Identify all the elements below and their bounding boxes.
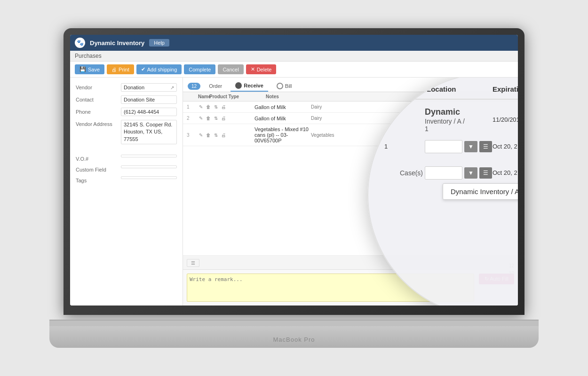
cases-input[interactable] bbox=[425, 166, 462, 180]
toolbar: 💾 Save 🖨 Print ✔ Add shipping Complete bbox=[70, 62, 518, 78]
tags-label: Tags bbox=[76, 176, 118, 183]
cancel-button[interactable]: Cancel bbox=[218, 64, 243, 74]
save-icon: 💾 bbox=[79, 66, 86, 72]
edit-icon[interactable]: ✎ bbox=[198, 104, 204, 110]
cases-menu-icon[interactable]: ☰ bbox=[479, 167, 492, 179]
contact-label: Contact bbox=[76, 95, 118, 102]
cases-dropdown-arrow[interactable]: ▼ bbox=[464, 167, 477, 179]
main-content: Vendor Donation ↗ Contact Donation Site bbox=[70, 78, 518, 306]
complete-button[interactable]: Complete bbox=[184, 64, 215, 74]
phone-label: Phone bbox=[76, 108, 118, 115]
mag-row-2: 1 ▼ ☰ Oct 20, 2 bbox=[382, 140, 518, 153]
vo-field-row: V.O.# bbox=[76, 155, 177, 162]
custom-input[interactable] bbox=[121, 165, 177, 168]
expiration-date-1: 11/20/2017 bbox=[491, 114, 518, 125]
help-button[interactable]: Help bbox=[149, 39, 169, 47]
location-line3: 1 bbox=[425, 125, 491, 133]
vo-label: V.O.# bbox=[76, 155, 118, 162]
arrows-icon[interactable]: ⇅ bbox=[213, 132, 219, 138]
check-icon: ✔ bbox=[141, 66, 145, 72]
address-field-row: Vendor Address 32145 S. Cooper Rd. Houst… bbox=[76, 120, 177, 144]
mag-row-1-content: Dynamic Inventory / A / 1 11/20/2017 10/… bbox=[382, 107, 518, 133]
suggestion-box[interactable]: Dynamic Inventory / A / 1 bbox=[443, 183, 518, 200]
expiration-date-3: Oct 20, 2 bbox=[491, 167, 518, 178]
trash-icon[interactable]: 🗑 bbox=[205, 115, 212, 121]
product-name: Vegetables - Mixed #10 cans (pl) -- 03-0… bbox=[254, 126, 311, 143]
trash-icon[interactable]: 🗑 bbox=[205, 132, 212, 138]
contact-input[interactable]: Donation Site bbox=[121, 95, 177, 104]
app-name: Dynamic Inventory bbox=[90, 39, 144, 47]
contact-field-row: Contact Donation Site bbox=[76, 95, 177, 104]
vendor-input[interactable]: Donation ↗ bbox=[121, 83, 177, 92]
edit-icon[interactable]: ✎ bbox=[198, 132, 204, 138]
right-panel: 12 Order Receive Bill bbox=[183, 78, 518, 306]
nav-logo: 🐾 bbox=[75, 38, 85, 48]
suggestion-row: Dynamic Inventory / A / 1 bbox=[382, 183, 518, 200]
address-input[interactable]: 32145 S. Cooper Rd. Houston, TX US, 7755… bbox=[121, 120, 177, 144]
location-cell: Dynamic Inventory / A / 1 bbox=[425, 107, 491, 133]
tab-bill[interactable]: Bill bbox=[272, 81, 297, 91]
address-label: Vendor Address bbox=[76, 120, 118, 127]
phone-input[interactable]: (612) 448-4454 bbox=[121, 108, 177, 116]
add-shipping-button[interactable]: ✔ Add shipping bbox=[136, 64, 182, 74]
add-row-button[interactable]: ☰ bbox=[187, 259, 199, 267]
row-actions: ✎ 🗑 ⇅ 🖨 bbox=[198, 104, 254, 110]
menu-icon-button[interactable]: ☰ bbox=[479, 141, 492, 152]
vendor-field-row: Vendor Donation ↗ bbox=[76, 83, 177, 92]
row-actions: ✎ 🗑 ⇅ 🖨 bbox=[198, 115, 254, 121]
col-name: Name bbox=[198, 94, 209, 99]
print-button[interactable]: 🖨 Print bbox=[107, 64, 134, 74]
edit-icon[interactable]: ✎ bbox=[198, 115, 204, 121]
mag-row-1: Dynamic Inventory / A / 1 11/20/2017 10/… bbox=[382, 107, 518, 133]
custom-label: Custom Field bbox=[76, 165, 118, 172]
col-notes: Notes bbox=[266, 94, 303, 99]
tab-receive[interactable]: Receive bbox=[230, 80, 268, 92]
product-type: Dairy bbox=[311, 104, 349, 110]
print-icon: 🖨 bbox=[111, 67, 117, 72]
dropdown-arrow-button[interactable]: ▼ bbox=[464, 141, 477, 152]
save-button[interactable]: 💾 Save bbox=[75, 64, 104, 74]
row-number: 2 bbox=[187, 116, 198, 121]
location-input[interactable] bbox=[425, 140, 462, 153]
print-row-icon[interactable]: 🖨 bbox=[220, 115, 227, 121]
location-dropdown-group: ▼ ☰ bbox=[425, 140, 491, 153]
laptop-base: MacBook Pro bbox=[49, 320, 539, 348]
arrows-icon[interactable]: ⇅ bbox=[213, 115, 219, 121]
trash-icon[interactable]: 🗑 bbox=[205, 104, 212, 110]
vo-input[interactable] bbox=[121, 155, 177, 157]
order-badge: 12 bbox=[188, 83, 200, 90]
col-type: Product Type bbox=[209, 94, 266, 99]
custom-field-row: Custom Field bbox=[76, 165, 177, 172]
external-link-icon: ↗ bbox=[170, 85, 174, 90]
location-line2: Inventory / A / bbox=[425, 118, 491, 125]
product-type: Dairy bbox=[311, 116, 349, 121]
arrows-icon[interactable]: ⇅ bbox=[213, 104, 219, 110]
x-icon: ✕ bbox=[251, 66, 255, 72]
laptop-brand: MacBook Pro bbox=[273, 336, 315, 343]
row-number: 3 bbox=[187, 133, 198, 138]
left-panel: Vendor Donation ↗ Contact Donation Site bbox=[70, 78, 183, 306]
top-nav: 🐾 Dynamic Inventory Help bbox=[70, 35, 518, 51]
print-row-icon[interactable]: 🖨 bbox=[220, 104, 227, 110]
product-name: Gallon of Milk bbox=[254, 116, 311, 121]
screen-content: 🐾 Dynamic Inventory Help Purchases 💾 Sav… bbox=[70, 35, 518, 306]
row-number: 1 bbox=[187, 104, 198, 110]
phone-field-row: Phone (612) 448-4454 bbox=[76, 108, 177, 116]
delete-button[interactable]: ✕ Delete bbox=[246, 64, 277, 74]
cases-dropdown-group: ▼ ☰ bbox=[425, 166, 491, 180]
product-name: Gallon of Milk bbox=[254, 104, 311, 110]
expiration-date-2: Oct 20, 2 bbox=[491, 141, 518, 152]
vendor-label: Vendor bbox=[76, 83, 118, 90]
tags-field-row: Tags bbox=[76, 176, 177, 183]
print-row-icon[interactable]: 🖨 bbox=[220, 132, 227, 138]
receive-circle-icon bbox=[235, 82, 242, 89]
page-title: Purchases bbox=[75, 53, 102, 59]
page-header: Purchases bbox=[70, 51, 518, 62]
app-container: 🐾 Dynamic Inventory Help Purchases 💾 Sav… bbox=[70, 35, 518, 306]
tags-input[interactable] bbox=[121, 176, 177, 179]
product-type: Vegetables bbox=[311, 133, 349, 138]
uom-1-cell: 1 bbox=[382, 141, 425, 152]
row-actions: ✎ 🗑 ⇅ 🖨 bbox=[198, 132, 254, 138]
col-expiration: Expiration Date bbox=[491, 83, 518, 95]
tab-order[interactable]: Order bbox=[204, 81, 227, 91]
